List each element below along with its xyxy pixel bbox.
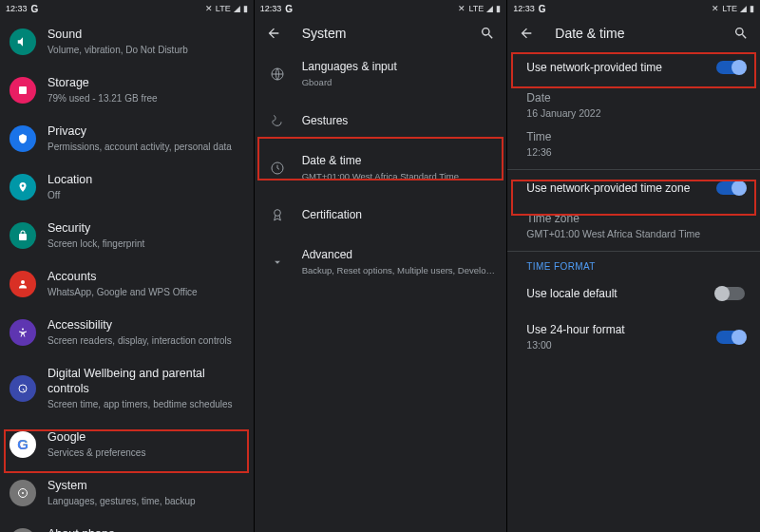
settings-item-wellbeing[interactable]: Digital Wellbeing and parental controls … xyxy=(0,356,254,420)
google-indicator-icon: G xyxy=(539,4,546,14)
toggle-locale-default[interactable] xyxy=(716,287,745,300)
toggle-network-time[interactable] xyxy=(716,61,745,74)
datetime-pane: 12:33 G ✕ LTE ◢ ▮ Date & time Use networ… xyxy=(506,0,760,532)
signal-icon: ◢ xyxy=(486,4,493,13)
item-sub: Volume, vibration, Do Not Disturb xyxy=(48,44,242,56)
row-network-timezone[interactable]: Use network-provided time zone xyxy=(507,170,760,206)
item-sub: Backup, Reset options, Multiple users, D… xyxy=(302,264,496,276)
privacy-icon xyxy=(10,125,36,152)
settings-item-location[interactable]: Location Off xyxy=(0,162,254,211)
status-time: 12:33 xyxy=(6,4,28,13)
item-sub: Screen time, app timers, bedtime schedul… xyxy=(48,398,242,410)
label: Use network-provided time xyxy=(526,61,716,74)
label: Time zone xyxy=(526,212,745,225)
item-sub: Screen lock, fingerprint xyxy=(48,238,242,250)
page-title: System xyxy=(302,26,460,41)
svg-rect-0 xyxy=(19,86,27,94)
about-icon xyxy=(10,528,36,533)
toggle-24-hour[interactable] xyxy=(716,331,745,344)
back-button[interactable] xyxy=(264,24,283,43)
google-indicator-icon: G xyxy=(31,4,39,14)
value: GMT+01:00 West Africa Standard Time xyxy=(526,228,745,239)
item-title: Google xyxy=(48,429,242,445)
settings-pane: 12:33 G ✕ LTE ◢ ▮ Sound Volume, vibratio… xyxy=(0,0,254,532)
status-bar: 12:33 G ✕ LTE ◢ ▮ xyxy=(507,0,760,17)
settings-item-system[interactable]: System Languages, gestures, time, backup xyxy=(0,468,254,517)
svg-point-10 xyxy=(274,210,280,217)
toggle-network-timezone[interactable] xyxy=(716,181,745,195)
item-title: Location xyxy=(48,172,242,187)
item-title: Accounts xyxy=(48,269,242,284)
label: Use locale default xyxy=(526,287,716,300)
settings-item-security[interactable]: Security Screen lock, fingerprint xyxy=(0,211,254,259)
clock-icon xyxy=(264,155,291,181)
item-title: Privacy xyxy=(48,124,242,139)
battery-icon: ▮ xyxy=(243,4,248,13)
system-icon xyxy=(10,480,36,506)
settings-item-accessibility[interactable]: Accessibility Screen readers, display, i… xyxy=(0,308,254,356)
settings-item-accounts[interactable]: Accounts WhatsApp, Google and WPS Office xyxy=(0,259,254,308)
google-indicator-icon: G xyxy=(285,4,293,14)
section-header-time-format: TIME FORMAT xyxy=(507,252,760,276)
status-time: 12:33 xyxy=(260,4,282,13)
svg-point-3 xyxy=(22,328,24,330)
storage-icon xyxy=(10,77,36,104)
vibrate-icon: ✕ xyxy=(205,4,213,13)
certification-icon xyxy=(264,201,291,228)
row-network-time[interactable]: Use network-provided time xyxy=(507,49,760,86)
label: Time xyxy=(526,130,745,143)
row-24-hour[interactable]: Use 24-hour format 13:00 xyxy=(507,312,760,362)
status-bar: 12:33 G ✕ LTE ◢ ▮ xyxy=(255,0,507,17)
item-sub: Off xyxy=(48,189,242,201)
label: Use network-provided time zone xyxy=(526,181,716,195)
sound-icon xyxy=(10,28,36,55)
settings-item-privacy[interactable]: Privacy Permissions, account activity, p… xyxy=(0,114,254,162)
item-sub: GMT+01:00 West Africa Standard Time xyxy=(302,170,496,182)
search-button[interactable] xyxy=(732,24,750,43)
system-item-languages[interactable]: Languages & input Gboard xyxy=(255,49,507,98)
vibrate-icon: ✕ xyxy=(712,4,719,13)
system-item-certification[interactable]: Certification xyxy=(255,192,507,238)
row-timezone: Time zone GMT+01:00 West Africa Standard… xyxy=(507,206,760,251)
chevron-down-icon xyxy=(264,249,291,276)
settings-item-about[interactable]: About phone Nokia 6.1 Plus xyxy=(0,517,254,532)
svg-point-2 xyxy=(21,280,25,284)
label: Use 24-hour format xyxy=(526,323,716,336)
page-title: Date & time xyxy=(555,26,712,41)
vibrate-icon: ✕ xyxy=(458,4,466,13)
value: 12:36 xyxy=(526,146,745,158)
svg-point-1 xyxy=(22,184,25,187)
system-item-datetime[interactable]: Date & time GMT+01:00 West Africa Standa… xyxy=(255,143,507,192)
search-button[interactable] xyxy=(478,24,497,43)
item-title: Date & time xyxy=(302,153,496,168)
wellbeing-icon xyxy=(10,375,36,402)
item-title: Advanced xyxy=(302,247,496,262)
item-title: Languages & input xyxy=(302,59,496,74)
item-sub: WhatsApp, Google and WPS Office xyxy=(48,286,242,298)
system-item-advanced[interactable]: Advanced Backup, Reset options, Multiple… xyxy=(255,238,507,286)
settings-item-sound[interactable]: Sound Volume, vibration, Do Not Disturb xyxy=(0,17,254,66)
item-title: Sound xyxy=(48,27,242,42)
item-title: Certification xyxy=(302,207,496,222)
battery-icon: ▮ xyxy=(750,4,754,13)
item-title: Accessibility xyxy=(48,317,242,332)
accessibility-icon xyxy=(10,319,36,346)
settings-item-google[interactable]: G Google Services & preferences xyxy=(0,420,254,468)
row-locale-default[interactable]: Use locale default xyxy=(507,276,760,312)
location-icon xyxy=(10,174,36,200)
globe-icon xyxy=(264,61,291,87)
item-sub: Languages, gestures, time, backup xyxy=(48,495,242,507)
accounts-icon xyxy=(10,271,36,297)
settings-item-storage[interactable]: Storage 79% used - 13.21 GB free xyxy=(0,66,254,114)
item-sub: Services & preferences xyxy=(48,446,242,459)
status-time: 12:33 xyxy=(513,4,535,13)
google-icon: G xyxy=(10,431,36,458)
back-button[interactable] xyxy=(517,24,536,43)
item-title: System xyxy=(48,478,242,493)
system-item-gestures[interactable]: Gestures xyxy=(255,98,507,143)
status-bar: 12:33 G ✕ LTE ◢ ▮ xyxy=(0,0,254,17)
lte-label: LTE xyxy=(722,4,737,13)
lte-label: LTE xyxy=(468,4,484,13)
item-title: Digital Wellbeing and parental controls xyxy=(48,366,242,396)
battery-icon: ▮ xyxy=(496,4,501,13)
